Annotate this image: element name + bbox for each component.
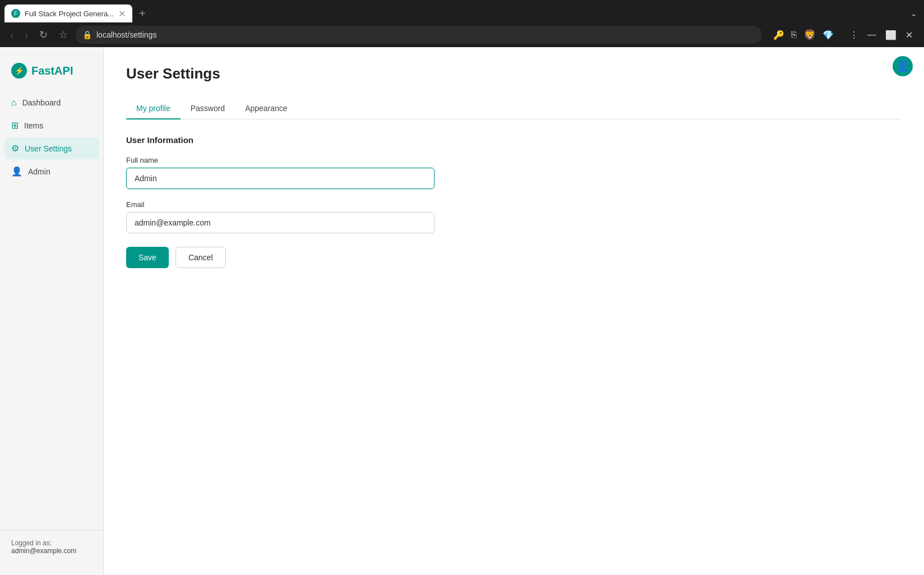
logo-icon: ⚡ <box>11 63 27 79</box>
email-label: Email <box>126 200 902 209</box>
email-input[interactable] <box>126 212 435 233</box>
sidebar-item-admin[interactable]: 👤 Admin <box>4 160 99 182</box>
secure-icon: 🔒 <box>82 30 92 39</box>
sidebar-item-label-items: Items <box>24 121 43 130</box>
full-name-input[interactable] <box>126 168 435 189</box>
maximize-button[interactable]: ⬜ <box>881 27 901 43</box>
settings-tabs: My profile Password Appearance <box>126 98 902 119</box>
tab-appearance[interactable]: Appearance <box>235 98 298 119</box>
save-button[interactable]: Save <box>126 247 169 268</box>
logged-in-label: Logged in as: <box>11 539 92 547</box>
nav-icons: 🔑 ⎘ 🦁 💎 <box>771 26 836 43</box>
close-window-button[interactable]: ✕ <box>901 27 917 43</box>
tab-password[interactable]: Password <box>181 98 235 119</box>
browser-chrome: F Full Stack Project Genera... ✕ + ⌄ ‹ ›… <box>0 0 924 47</box>
bookmark-button[interactable]: ☆ <box>56 26 71 43</box>
page-title: User Settings <box>126 65 902 82</box>
nav-bar: ‹ › ↻ ☆ 🔒 localhost/settings 🔑 ⎘ 🦁 💎 ⋮ —… <box>0 22 924 47</box>
url-text: localhost/settings <box>96 30 755 39</box>
brave-wallet-button[interactable]: 💎 <box>820 27 836 43</box>
user-information-form: User Information Full name Email Save Ca… <box>126 135 902 268</box>
address-bar[interactable]: 🔒 localhost/settings <box>76 26 762 44</box>
tab-overflow-button[interactable]: ⌄ <box>908 7 920 20</box>
window-controls: ⋮ — ⬜ ✕ <box>845 27 917 43</box>
back-button[interactable]: ‹ <box>7 27 17 43</box>
dashboard-icon: ⌂ <box>11 98 17 108</box>
tab-my-profile[interactable]: My profile <box>126 98 181 119</box>
new-tab-button[interactable]: + <box>135 5 150 22</box>
items-icon: ⊞ <box>11 120 19 131</box>
sidebar-nav: ⌂ Dashboard ⊞ Items ⚙ User Settings 👤 Ad… <box>0 92 103 530</box>
key-icon-button[interactable]: 🔑 <box>771 27 787 43</box>
active-tab[interactable]: F Full Stack Project Genera... ✕ <box>4 4 132 22</box>
forward-button[interactable]: › <box>21 27 31 43</box>
sidebar-logo: ⚡ FastAPI <box>0 58 103 92</box>
logo-text: FastAPI <box>31 65 73 77</box>
settings-icon: ⚙ <box>11 143 19 154</box>
sidebar-footer: Logged in as: admin@example.com <box>0 530 103 564</box>
email-group: Email <box>126 200 902 233</box>
form-section-title: User Information <box>126 135 902 145</box>
sidebar-item-label-dashboard: Dashboard <box>22 98 61 107</box>
cancel-button[interactable]: Cancel <box>175 247 226 268</box>
brave-shield-button[interactable]: 🦁 <box>801 26 818 43</box>
full-name-label: Full name <box>126 156 902 164</box>
sidebar: ⚡ FastAPI ⌂ Dashboard ⊞ Items ⚙ User Set… <box>0 47 104 575</box>
tab-favicon: F <box>11 9 20 18</box>
main-content: 👤 User Settings My profile Password Appe… <box>104 47 924 575</box>
minimize-button[interactable]: — <box>863 27 881 42</box>
tab-bar: F Full Stack Project Genera... ✕ + ⌄ <box>0 0 924 22</box>
share-icon-button[interactable]: ⎘ <box>789 27 799 42</box>
sidebar-item-user-settings[interactable]: ⚙ User Settings <box>4 137 99 159</box>
admin-icon: 👤 <box>11 166 22 177</box>
full-name-group: Full name <box>126 156 902 189</box>
sidebar-item-label-admin: Admin <box>28 167 50 176</box>
form-actions: Save Cancel <box>126 247 902 268</box>
sidebar-item-label-user-settings: User Settings <box>25 144 72 153</box>
user-avatar[interactable]: 👤 <box>893 56 913 76</box>
window-overflow-button[interactable]: ⋮ <box>845 27 863 43</box>
reload-button[interactable]: ↻ <box>36 26 51 43</box>
sidebar-item-items[interactable]: ⊞ Items <box>4 114 99 136</box>
tab-close-button[interactable]: ✕ <box>118 8 126 19</box>
tab-title: Full Stack Project Genera... <box>25 10 114 18</box>
avatar-icon: 👤 <box>897 60 909 72</box>
app: ⚡ FastAPI ⌂ Dashboard ⊞ Items ⚙ User Set… <box>0 47 924 575</box>
sidebar-item-dashboard[interactable]: ⌂ Dashboard <box>4 92 99 113</box>
logged-in-email: admin@example.com <box>11 547 92 555</box>
